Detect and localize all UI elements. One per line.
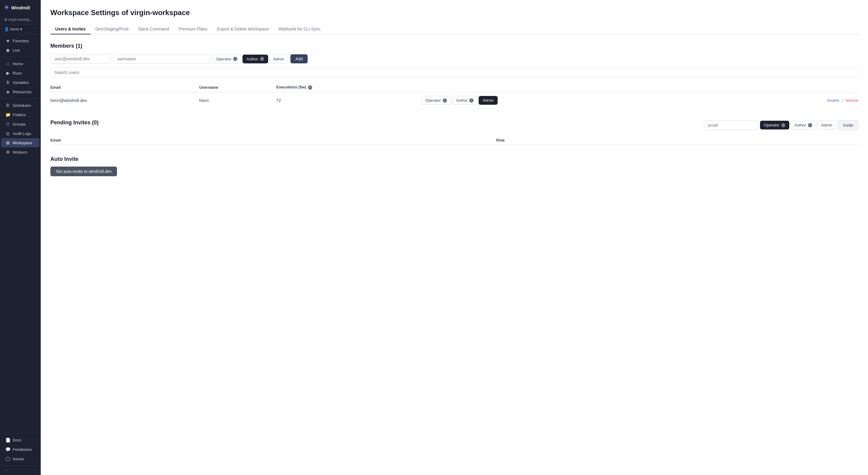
members-section: Members (1) Operator i Author i Admin Ad… (50, 43, 858, 109)
admin-role-btn[interactable]: Admin (269, 55, 288, 63)
sidebar-item-groups[interactable]: ⚇ Groups (1, 119, 39, 128)
sidebar-item-issues[interactable]: ◯ Issues (1, 454, 39, 463)
footer-nav: 📄 Docs 💬 Feedbacks ◯ Issues (0, 433, 41, 466)
tab-premium-plans[interactable]: Premium Plans (174, 24, 212, 34)
sidebar-item-audit-logs[interactable]: ◎ Audit Logs (1, 129, 39, 138)
author-info-icon: i (808, 123, 812, 127)
auto-invite-button[interactable]: Set auto-invite to windmill.dev (50, 167, 117, 176)
sidebar-item-label: Groups (13, 122, 26, 126)
pending-header: Pending Invites (0) Operator i Author i … (50, 119, 858, 131)
sidebar: ✳ Windmill ⊞ virgin-worksp... 👤 henri ▾ … (0, 0, 41, 475)
sidebar-item-home[interactable]: ⌂ Home (1, 59, 39, 68)
sidebar-item-label: Runs (13, 71, 22, 76)
back-icon: ← (4, 468, 8, 473)
invite-controls: Operator i Author i Admin Invite (704, 120, 858, 130)
member-username-input[interactable] (113, 54, 210, 64)
sidebar-item-live[interactable]: ◉ Live (1, 46, 39, 55)
sidebar-item-docs[interactable]: 📄 Docs (1, 436, 39, 445)
app-name: Windmill (11, 5, 30, 10)
member-email-input[interactable] (50, 54, 111, 64)
sidebar-item-label: Workers (13, 150, 27, 154)
sidebar-item-label: Live (13, 48, 20, 53)
audit-icon: ◎ (5, 131, 10, 136)
pending-invites-section: Pending Invites (0) Operator i Author i … (50, 119, 858, 145)
search-users-input[interactable] (50, 67, 858, 78)
user-menu[interactable]: 👤 henri ▾ (0, 25, 41, 34)
tab-users-invites[interactable]: Users & Invites (50, 24, 91, 34)
operator-info-icon: i (233, 57, 237, 61)
secondary-nav: ★ Favorites ◉ Live (0, 34, 41, 57)
action-separator: | (842, 98, 843, 103)
primary-nav: ⌂ Home ▶ Runs $ Variables ◈ Resources (0, 57, 41, 99)
operator-label: Operator (764, 123, 779, 127)
author-label: Author (246, 57, 258, 61)
username-column-header: Username (199, 82, 276, 92)
operator-label: Operator (216, 57, 231, 61)
sidebar-item-label: Resources (13, 90, 31, 94)
member-roles-cell: Operator i Author i Admin (422, 92, 731, 109)
auto-invite-title: Auto Invite (50, 156, 858, 162)
workers-icon: ⚙ (5, 150, 10, 154)
invite-button[interactable]: Invite (838, 120, 858, 130)
sidebar-item-workers[interactable]: ⚙ Workers (1, 148, 39, 157)
author-label: Author (795, 123, 806, 127)
tab-slack-command[interactable]: Slack Command (133, 24, 174, 34)
admin-label: Admin (273, 57, 284, 61)
admin-label: Admin (483, 98, 494, 102)
member-author-btn[interactable]: Author i (452, 96, 477, 105)
sidebar-item-variables[interactable]: $ Variables (1, 78, 39, 87)
admin-label: Admin (821, 123, 832, 127)
sidebar-item-folders[interactable]: 📁 Folders (1, 110, 39, 119)
sidebar-item-label: Issues (13, 456, 24, 461)
sidebar-item-favorites[interactable]: ★ Favorites (1, 36, 39, 45)
groups-icon: ⚇ (5, 122, 10, 126)
invite-role-group: Operator i Author i Admin (760, 121, 836, 129)
variables-icon: $ (5, 80, 10, 85)
operator-info-icon: i (443, 98, 447, 102)
sidebar-item-feedbacks[interactable]: 💬 Feedbacks (1, 445, 39, 454)
disable-member-link[interactable]: disable (827, 98, 839, 102)
docs-icon: 📄 (5, 438, 10, 442)
workspace-icon: ⊞ (4, 18, 7, 22)
sidebar-item-runs[interactable]: ▶ Runs (1, 68, 39, 78)
invite-author-btn[interactable]: Author i (790, 121, 816, 129)
sidebar-item-schedules[interactable]: 🗓 Schedules (1, 101, 39, 110)
pending-invites-title: Pending Invites (0) (50, 119, 99, 126)
author-info-icon: i (469, 98, 473, 102)
star-icon: ★ (5, 38, 10, 43)
folders-icon: 📁 (5, 112, 10, 117)
executions-info-icon: i (308, 85, 312, 90)
sidebar-item-label: Workspace (13, 141, 32, 145)
member-admin-btn[interactable]: Admin (478, 96, 498, 105)
sidebar-item-label: Schedules (13, 103, 31, 108)
main-content: Workspace Settings of virgin-workspace U… (41, 0, 868, 475)
issues-icon: ◯ (5, 456, 10, 461)
remove-member-link[interactable]: remove (845, 98, 858, 102)
sidebar-item-workspace[interactable]: ⊞ Workspace (1, 138, 39, 147)
invite-admin-btn[interactable]: Admin (817, 121, 836, 129)
windmill-icon: ✳ (4, 4, 9, 11)
tab-export-delete[interactable]: Export & Delete Workspace (212, 24, 274, 34)
sidebar-item-label: Favorites (13, 39, 29, 43)
add-member-button[interactable]: Add (290, 54, 308, 63)
member-operator-btn[interactable]: Operator i (422, 96, 451, 105)
member-email: henri@windmill.dev (50, 92, 199, 109)
pending-email-header: Email (50, 136, 496, 145)
operator-role-btn[interactable]: Operator i (212, 55, 241, 63)
operator-info-icon: i (781, 123, 785, 127)
sidebar-item-resources[interactable]: ◈ Resources (1, 87, 39, 96)
member-role-group: Operator i Author i Admin (212, 55, 288, 63)
user-icon: 👤 (4, 27, 9, 31)
author-role-btn[interactable]: Author i (243, 55, 268, 63)
workspace-selector[interactable]: ⊞ virgin-worksp... (0, 15, 41, 25)
email-column-header: Email (50, 82, 199, 92)
tab-webhook-cli[interactable]: Webhook for CLI Sync (274, 24, 326, 34)
members-title: Members (1) (50, 43, 858, 49)
member-executions: 72 (276, 92, 422, 109)
back-button[interactable]: ← (0, 466, 41, 475)
member-actions-cell: disable | remove (731, 92, 858, 109)
invite-operator-btn[interactable]: Operator i (760, 121, 789, 129)
invite-email-input[interactable] (704, 120, 758, 130)
app-logo: ✳ Windmill (0, 0, 41, 15)
tab-dev-staging-prod[interactable]: Dev/Staging/Prod (91, 24, 133, 34)
